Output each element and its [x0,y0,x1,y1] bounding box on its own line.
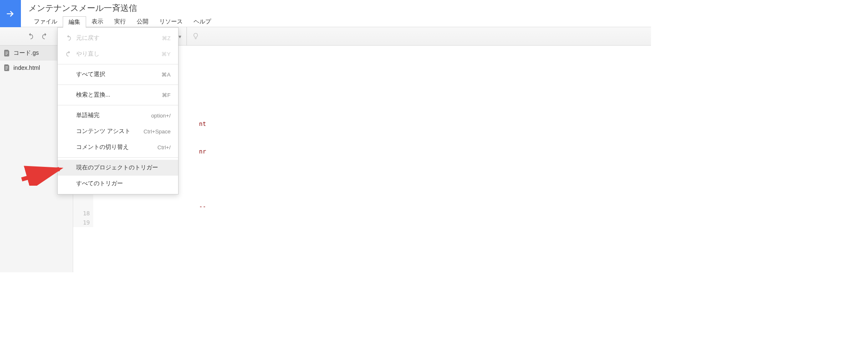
svg-rect-3 [5,66,8,67]
menu-run[interactable]: 実行 [109,16,131,27]
debug-hint-button[interactable] [186,27,204,46]
menu-redo[interactable]: やり直し ⌘Y [58,46,178,62]
code-content: nt nr -- sp = or Da rm undefined) { file… [97,46,651,272]
menu-content-assist[interactable]: コンテンツ アシスト Ctrl+Space [58,123,178,139]
menu-separator [58,105,178,105]
svg-rect-4 [5,68,8,68]
menu-word-complete[interactable]: 単語補完 option+/ [58,107,178,123]
menu-help[interactable]: ヘルプ [188,16,217,27]
project-title[interactable]: メンテナンスメール一斉送信 [28,3,217,14]
menubar: ファイル 編集 表示 実行 公開 リソース ヘルプ [28,16,217,27]
svg-rect-5 [5,69,7,69]
menu-file[interactable]: ファイル [28,16,63,27]
redo-icon [41,33,49,40]
undo-icon [65,35,72,41]
file-name: コード.gs [13,49,39,57]
menu-separator [58,84,178,85]
menu-current-project-triggers[interactable]: 現在のプロジェクトのトリガー [58,160,178,176]
menu-publish[interactable]: 公開 [131,16,154,27]
menu-find-replace[interactable]: 検索と置換... ⌘F [58,87,178,103]
menu-view[interactable]: 表示 [86,16,109,27]
file-icon [4,50,10,56]
undo-button[interactable] [24,31,37,42]
lightbulb-icon [192,33,199,40]
apps-script-logo [0,0,21,27]
menu-undo[interactable]: 元に戻す ⌘Z [58,30,178,46]
menu-all-triggers[interactable]: すべてのトリガー [58,176,178,192]
file-icon [4,64,10,71]
svg-rect-1 [5,53,8,54]
redo-icon [65,51,72,57]
menu-edit[interactable]: 編集 [63,16,86,28]
file-name: index.html [13,64,40,71]
header: メンテナンスメール一斉送信 ファイル 編集 表示 実行 公開 リソース ヘルプ [0,0,651,27]
svg-rect-0 [5,52,8,52]
menu-separator [58,64,178,64]
redo-button[interactable] [38,31,51,42]
menu-separator [58,157,178,158]
edit-menu-dropdown: 元に戻す ⌘Z やり直し ⌘Y すべて選択 ⌘A 検索と置換... ⌘F 単語補… [57,27,179,194]
menu-toggle-comment[interactable]: コメントの切り替え Ctrl+/ [58,139,178,155]
menu-resources[interactable]: リソース [154,16,188,27]
undo-icon [27,33,34,40]
menu-select-all[interactable]: すべて選択 ⌘A [58,66,178,82]
svg-rect-2 [5,54,7,55]
arrow-right-icon [5,8,16,19]
